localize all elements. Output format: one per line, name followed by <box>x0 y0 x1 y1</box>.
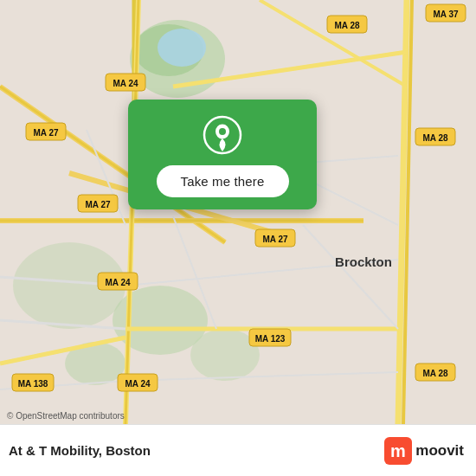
popup-card: Take me there <box>128 100 317 209</box>
moovit-text: moovit <box>415 442 464 460</box>
svg-text:MA 27: MA 27 <box>85 200 111 209</box>
svg-text:MA 24: MA 24 <box>113 79 138 88</box>
svg-text:MA 24: MA 24 <box>105 278 131 287</box>
location-pin-icon <box>203 115 242 155</box>
svg-text:MA 24: MA 24 <box>125 379 151 389</box>
svg-point-59 <box>219 128 226 135</box>
svg-text:Brockton: Brockton <box>335 254 392 269</box>
svg-text:MA 37: MA 37 <box>433 10 459 19</box>
location-info: At & T Mobility, Boston <box>9 443 151 458</box>
svg-text:MA 28: MA 28 <box>422 369 448 378</box>
svg-text:MA 27: MA 27 <box>262 235 288 244</box>
svg-text:MA 28: MA 28 <box>422 133 448 143</box>
svg-text:MA 138: MA 138 <box>18 379 48 389</box>
svg-point-3 <box>158 29 206 67</box>
bottom-bar: At & T Mobility, Boston m moovit <box>0 424 476 476</box>
svg-text:MA 123: MA 123 <box>255 334 286 344</box>
map-container: MA 27 MA 27 MA 27 MA 24 MA 24 MA 24 MA 2… <box>0 0 476 424</box>
svg-text:MA 28: MA 28 <box>334 21 360 30</box>
svg-text:MA 27: MA 27 <box>33 128 59 138</box>
map-attribution: © OpenStreetMap contributors <box>7 411 125 421</box>
location-name: At & T Mobility, Boston <box>9 443 151 458</box>
take-me-there-button[interactable]: Take me there <box>157 165 289 197</box>
svg-text:m: m <box>390 441 406 460</box>
moovit-icon: m <box>384 437 412 465</box>
moovit-logo: m moovit <box>384 437 464 465</box>
map-background: MA 27 MA 27 MA 27 MA 24 MA 24 MA 24 MA 2… <box>0 0 476 424</box>
